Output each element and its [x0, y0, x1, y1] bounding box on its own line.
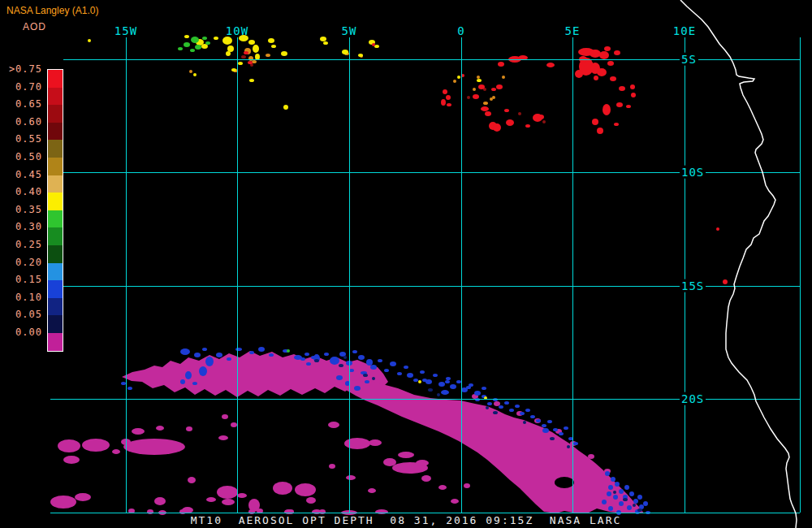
aod-map-screen: NASA Langley (A1.0) AOD >0.750.700.650.6…	[0, 0, 812, 528]
colorbar-label: 0.45	[5, 169, 42, 180]
colorbar-segment	[48, 210, 63, 228]
colorbar-label: 0.00	[5, 327, 42, 338]
colorbar-segment	[48, 175, 63, 193]
colorbar-segment	[48, 70, 63, 88]
longitude-label: 15W	[114, 24, 137, 37]
colorbar-label: 0.35	[5, 204, 42, 215]
latitude-label: 15S	[680, 279, 706, 292]
colorbar-segment	[48, 193, 63, 210]
colorbar-bar	[47, 69, 63, 352]
longitude-label: 5W	[342, 24, 357, 37]
colorbar-segment	[48, 158, 63, 175]
colorbar-label: 0.15	[5, 274, 42, 285]
caption: MT10 AEROSOL OPT DEPTH 08 31, 2016 09:15…	[0, 514, 812, 526]
page-title: NASA Langley (A1.0)	[6, 5, 98, 16]
latitude-label: 10S	[680, 166, 706, 179]
aod-dots-green	[178, 37, 290, 353]
colorbar-label: 0.05	[5, 309, 42, 321]
colorbar-segment	[48, 227, 63, 245]
aod-dots-yellow	[88, 35, 487, 400]
coastline	[680, 0, 797, 528]
longitude-label: 10W	[226, 24, 248, 37]
latitude-label: 20S	[680, 392, 706, 405]
colorbar-label: 0.70	[5, 81, 42, 93]
colorbar-label: 0.20	[5, 257, 42, 268]
longitude-label: 10E	[673, 24, 696, 37]
map-canvas	[0, 0, 812, 528]
colorbar-segment	[48, 140, 63, 158]
colorbar-label: 0.25	[5, 239, 42, 250]
colorbar-label: >0.75	[5, 63, 42, 75]
colorbar-segment	[48, 333, 63, 351]
colorbar-segment	[48, 315, 63, 333]
colorbar-label: 0.50	[5, 151, 42, 162]
colorbar-label: 0.55	[5, 134, 42, 145]
page-subtitle: AOD	[23, 21, 46, 32]
colorbar-label: 0.30	[5, 222, 42, 233]
colorbar-segment	[48, 105, 63, 123]
colorbar-label: 0.10	[5, 292, 42, 303]
latitude-label: 5S	[680, 53, 698, 66]
colorbar-segment	[48, 245, 63, 263]
colorbar-segment	[48, 298, 63, 316]
aod-dots-red	[244, 43, 728, 284]
colorbar-segment	[48, 263, 63, 281]
colorbar-segment	[48, 280, 63, 298]
colorbar-label: 0.40	[5, 186, 42, 197]
colorbar-segment	[48, 123, 63, 141]
colorbar-segment	[48, 88, 63, 106]
colorbar-label: 0.60	[5, 116, 42, 128]
longitude-label: 5E	[565, 24, 581, 37]
aod-data-layer	[50, 35, 728, 515]
longitude-label: 0	[457, 24, 464, 37]
colorbar-label: 0.65	[5, 98, 42, 110]
